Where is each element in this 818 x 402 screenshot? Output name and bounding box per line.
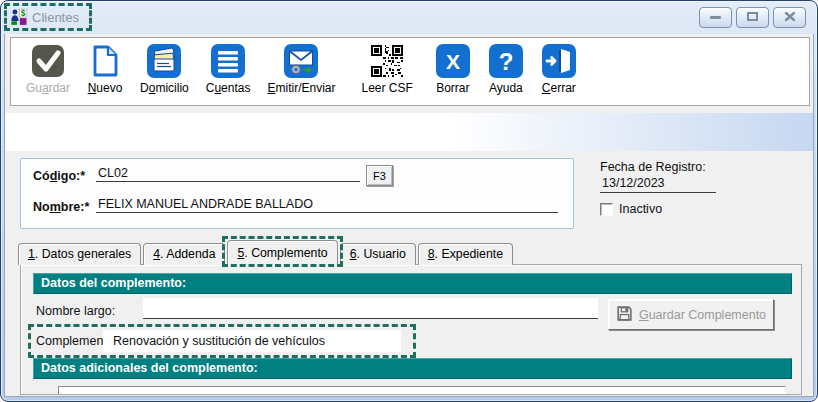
f3-lookup-button[interactable]: F3 — [366, 165, 393, 186]
qr-code-icon — [369, 43, 405, 79]
datos-adicionales-header: Datos adicionales del complemento: — [33, 358, 792, 379]
toolbar-borrar-button[interactable]: X Borrar — [435, 43, 471, 95]
floppy-disk-icon — [616, 305, 633, 325]
toolbar-label: Leer CSF — [362, 81, 413, 95]
fecha-registro-block: Fecha de Registro: 13/12/2023 Inactivo — [600, 160, 780, 216]
guardar-complemento-label: Guardar Complemento — [639, 308, 766, 322]
codigo-label: Código:* — [33, 169, 85, 183]
clients-people-icon: $ — [10, 8, 28, 26]
window-controls — [699, 7, 806, 28]
nombre-largo-label: Nombre largo: — [36, 304, 115, 318]
toolbar-label: Nuevo — [88, 81, 123, 95]
minimize-button[interactable] — [699, 7, 732, 28]
client-area: Guardar Nuevo Domicilio Cuentas — [4, 34, 814, 397]
new-document-icon — [87, 43, 123, 79]
titlebar[interactable]: $ Clientes — [1, 1, 817, 34]
window-title: Clientes — [32, 10, 79, 25]
annotation-title-box: $ Clientes — [4, 3, 92, 31]
toolbar-nuevo-button[interactable]: Nuevo — [87, 43, 123, 95]
tab-label: 8. Expediente — [428, 247, 503, 261]
toolbar-label: Cerrar — [542, 81, 576, 95]
client-id-groupbox: Código:* F3 Nombre:* — [20, 158, 574, 229]
nombre-largo-input[interactable] — [143, 298, 598, 319]
toolbar-emitir-enviar-button[interactable]: Emitir/Enviar — [267, 43, 335, 95]
toolbar-label: Emitir/Enviar — [267, 81, 335, 95]
annotation-complemento-box: Complemento: — [28, 324, 416, 358]
toolbar-guardar-button[interactable]: Guardar — [26, 43, 70, 95]
toolbar-ayuda-button[interactable]: ? Ayuda — [488, 43, 524, 95]
tab-expediente[interactable]: 8. Expediente — [418, 243, 513, 265]
restore-button[interactable] — [736, 7, 769, 28]
inactivo-row: Inactivo — [600, 202, 780, 216]
svg-text:X: X — [446, 50, 460, 73]
tab-usuario[interactable]: 6. Usuario — [340, 243, 416, 265]
help-icon: ? — [488, 43, 524, 79]
save-check-icon — [30, 43, 66, 79]
screenshot-stage: $ Clientes — [0, 0, 818, 402]
minimize-icon — [709, 10, 722, 25]
toolbar-domicilio-button[interactable]: Domicilio — [140, 43, 189, 95]
toolbar-leer-csf-button[interactable]: Leer CSF — [362, 43, 413, 95]
complemento-input[interactable] — [103, 330, 401, 352]
close-icon — [784, 10, 796, 25]
send-mail-icon — [283, 43, 319, 79]
tab-label: 1. Datos generales — [28, 247, 131, 261]
accounts-list-icon — [210, 43, 246, 79]
fecha-registro-value[interactable]: 13/12/2023 — [600, 176, 716, 193]
inactivo-checkbox[interactable] — [600, 203, 613, 216]
svg-text:$: $ — [21, 8, 26, 18]
restore-icon — [746, 10, 759, 25]
toolbar-label: Domicilio — [140, 81, 189, 95]
codigo-input[interactable] — [96, 166, 360, 182]
nombre-input[interactable] — [96, 197, 558, 213]
address-cards-icon — [146, 43, 182, 79]
tab-label: 4. Addenda — [153, 247, 215, 261]
toolbar-cuentas-button[interactable]: Cuentas — [206, 43, 251, 95]
tab-datos-generales[interactable]: 1. Datos generales — [18, 243, 141, 265]
toolbar-label: Cuentas — [206, 81, 251, 95]
delete-x-icon: X — [435, 43, 471, 79]
datos-complemento-header: Datos del complemento: — [33, 273, 792, 294]
tab-strip: 1. Datos generales 4. Addenda 5. Complem… — [18, 239, 515, 265]
toolbar-label: Guardar — [26, 81, 70, 95]
toolbar-cerrar-button[interactable]: Cerrar — [541, 43, 577, 95]
fecha-registro-label: Fecha de Registro: — [600, 160, 780, 174]
toolbar-label: Borrar — [436, 81, 469, 95]
complemento-tab-panel: Datos del complemento: Nombre largo: Gua… — [20, 264, 802, 395]
main-toolbar: Guardar Nuevo Domicilio Cuentas — [10, 37, 810, 106]
tab-label: 6. Usuario — [350, 247, 406, 261]
tab-label: 5. Complemento — [237, 246, 327, 260]
datos-adicionales-field[interactable] — [58, 386, 786, 395]
clientes-window: $ Clientes — [0, 0, 818, 402]
tab-complemento[interactable]: 5. Complemento — [227, 240, 337, 266]
header-gradient-strip — [5, 113, 813, 151]
svg-text:?: ? — [499, 48, 514, 75]
toolbar-label: Ayuda — [489, 81, 523, 95]
inactivo-label: Inactivo — [619, 202, 662, 216]
close-button[interactable] — [773, 7, 806, 28]
guardar-complemento-button[interactable]: Guardar Complemento — [608, 299, 774, 330]
nombre-label: Nombre:* — [33, 200, 89, 214]
tab-addenda[interactable]: 4. Addenda — [143, 243, 225, 265]
exit-door-icon — [541, 43, 577, 79]
